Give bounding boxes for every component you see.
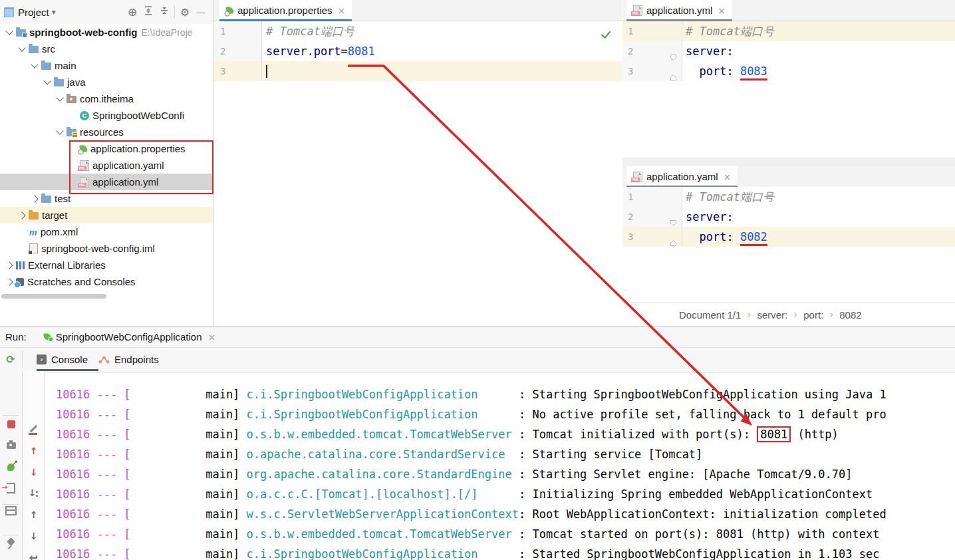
tree-item-src[interactable]: src (0, 41, 213, 57)
tree-item-resources[interactable]: resources (0, 124, 213, 140)
console-icon: › (37, 354, 47, 364)
restart-debug-icon[interactable] (3, 459, 19, 475)
editor-split-divider[interactable] (622, 158, 955, 166)
line-number: 2 (622, 207, 682, 227)
tree-item-application-yaml[interactable]: application.yaml (0, 157, 213, 174)
tree-item-main[interactable]: main (0, 57, 213, 74)
console-line: 10616 --- [ main] c.i.SpringbootWebConfi… (56, 384, 955, 404)
code-line: 3 port: 8082 (622, 227, 955, 247)
tab-console[interactable]: › Console (37, 348, 88, 371)
line-number: 1 (622, 21, 682, 41)
code-line: 1# Tomcat端口号 (213, 21, 622, 41)
run-left-toolbar (0, 371, 23, 560)
tree-item-springboot-web-config[interactable]: springboot-web-configE:\IdeaProje (0, 24, 213, 41)
locate-icon[interactable]: ⊕ (124, 4, 140, 20)
chevron-icon[interactable] (56, 94, 63, 101)
close-icon[interactable]: × (724, 172, 732, 182)
tree-item-test[interactable]: test (0, 190, 213, 207)
down-icon[interactable]: ↓ (26, 528, 42, 544)
code-text: # Tomcat端口号 (262, 21, 354, 41)
code-line: 1# Tomcat端口号 (622, 187, 955, 207)
tree-item-java[interactable]: java (0, 74, 213, 90)
tree-item-pom-xml[interactable]: mpom.xml (0, 223, 213, 240)
next-stacktrace-icon[interactable]: ↓ (26, 464, 42, 480)
pin-icon[interactable] (3, 535, 19, 551)
chevron-icon[interactable] (5, 278, 13, 285)
editor-tabbar-left: application.properties × (213, 0, 622, 21)
breadcrumb-item[interactable]: 8082 (839, 309, 861, 321)
chevron-icon[interactable] (18, 211, 25, 219)
tab-application-yml[interactable]: application.yml × (626, 0, 732, 21)
code-line: 1# Tomcat端口号 (622, 21, 955, 41)
prev-stacktrace-icon[interactable]: ↑ (26, 443, 42, 459)
settings-icon[interactable]: ⚙ (177, 4, 193, 20)
chevron-icon[interactable] (31, 195, 38, 202)
stop-icon (7, 420, 15, 428)
code-line: 2server: (622, 207, 955, 227)
locate-icon: ⊕ (128, 5, 137, 19)
breadcrumb-separator: › (829, 309, 833, 321)
tree-item-target[interactable]: target (0, 207, 213, 223)
line-number: 1 (213, 21, 262, 41)
line-number: 1 (622, 187, 682, 207)
expand-all-icon[interactable] (140, 4, 156, 20)
spring-boot-run-icon (43, 333, 51, 341)
exit-icon (7, 483, 15, 493)
horizontal-scrollbar[interactable] (1, 294, 106, 299)
chevron-icon[interactable] (5, 27, 13, 35)
yml-file (80, 177, 89, 188)
tree-item-label: springboot-web-config.iml (41, 243, 155, 254)
tree-item-external-libraries[interactable]: External Libraries (0, 257, 213, 273)
chevron-down-icon[interactable]: ▾ (52, 7, 56, 17)
chevron-icon[interactable] (5, 261, 13, 269)
soft-wrap-icon[interactable]: ↩ (26, 549, 42, 560)
tree-item-label: resources (80, 126, 124, 138)
close-icon[interactable]: × (208, 332, 216, 343)
chevron-icon[interactable] (43, 77, 51, 84)
hide-icon[interactable]: — (193, 4, 209, 20)
tree-item-springbootwebconfi[interactable]: CSpringbootWebConfi (0, 107, 213, 124)
breadcrumb-item[interactable]: server: (757, 309, 787, 321)
line-number: 2 (622, 41, 682, 61)
annotation-box-port: 8081 (757, 426, 791, 442)
breadcrumb-item[interactable]: port: (803, 309, 823, 321)
fold-close-icon[interactable] (670, 233, 677, 253)
spring-properties-icon (225, 6, 233, 14)
restore-layout-icon[interactable] (3, 503, 19, 519)
folder-orange (29, 212, 39, 219)
jump-bottom-icon[interactable]: ↓ (26, 486, 42, 501)
project-tree: springboot-web-configE:\IdeaProjesrcmain… (0, 24, 213, 290)
tree-item-application-yml[interactable]: application.yml (0, 174, 213, 190)
project-panel-title[interactable]: Project (18, 7, 49, 18)
console-line: 10616 --- [ main] o.s.b.w.embedded.tomca… (56, 424, 955, 444)
chevron-icon[interactable] (31, 61, 38, 68)
chevron-icon[interactable] (56, 127, 63, 134)
code-text: server.port=8081 (262, 41, 375, 61)
chevron-icon[interactable] (18, 44, 25, 51)
stop-icon[interactable] (3, 416, 19, 432)
up-icon[interactable]: ↑ (26, 507, 42, 523)
exit-icon[interactable] (3, 480, 19, 496)
collapse-all-icon[interactable] (156, 4, 172, 20)
close-icon[interactable]: × (718, 5, 726, 16)
yml-file (80, 160, 89, 171)
tree-item-scratches-and-consoles[interactable]: Scratches and Consoles (0, 273, 213, 290)
tab-label: application.yml (646, 5, 712, 16)
tree-item-com-itheima[interactable]: com.itheima (0, 90, 213, 107)
spring-properties (79, 144, 87, 152)
thread-dump-icon[interactable] (3, 438, 19, 454)
tab-endpoints[interactable]: Endpoints (98, 348, 159, 371)
fold-close-icon[interactable] (670, 68, 677, 88)
iml-file (29, 243, 38, 253)
tree-item-springboot-web-config-iml[interactable]: springboot-web-config.iml (0, 240, 213, 257)
run-configuration-tab[interactable]: SpringbootWebConfigApplication × (39, 327, 226, 347)
stacktrace-top-icon[interactable] (26, 422, 42, 438)
tree-item-application-properties[interactable]: application.properties (0, 140, 213, 157)
breadcrumb-item[interactable]: Document 1/1 (679, 309, 741, 321)
tab-application-yaml[interactable]: application.yaml × (626, 166, 738, 187)
close-icon[interactable]: × (338, 5, 346, 16)
tab-application-properties[interactable]: application.properties × (219, 0, 352, 21)
rerun-icon[interactable]: ⟳ (3, 351, 19, 367)
text-caret (266, 65, 267, 78)
jump-bottom-icon: ↓ (29, 488, 39, 499)
